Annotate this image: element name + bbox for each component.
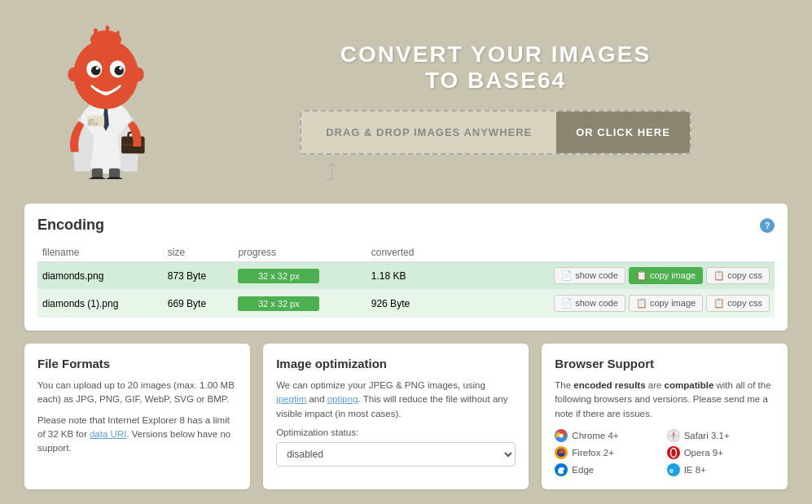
browser-name-firefox: Firefox 2+ — [572, 448, 613, 458]
browser-support-title: Browser Support — [555, 357, 775, 370]
ie-icon: e — [667, 463, 680, 476]
help-icon[interactable]: ? — [760, 218, 775, 233]
svg-text:BASE: BASE — [88, 122, 99, 126]
image-optimization-text: We can optimize your JPEG & PNG images, … — [276, 379, 516, 421]
cell-actions: 📄 show code 📋 copy image 📋 copy css — [443, 290, 775, 318]
mascot-svg: MY BASE — [41, 16, 171, 179]
svg-text:e: e — [669, 467, 674, 475]
svg-point-15 — [68, 68, 78, 81]
svg-point-14 — [119, 67, 122, 70]
action-btn-group: 📄 show code 📋 copy image 📋 copy css — [448, 267, 770, 284]
svg-point-13 — [96, 67, 99, 70]
chrome-icon — [555, 429, 568, 442]
copy-css-button[interactable]: 📋 copy css — [706, 295, 770, 312]
click-here-button[interactable]: OR CLICK HERE — [556, 112, 690, 153]
hero-section: MY BASE — [0, 0, 812, 195]
svg-point-8 — [73, 40, 138, 110]
browser-name-opera: Opera 9+ — [684, 448, 723, 458]
browser-name-ie: IE 8+ — [684, 465, 706, 475]
browser-grid: Chrome 4+ Safari 3.1+ — [555, 429, 775, 476]
data-uri-link[interactable]: data URI — [90, 429, 126, 439]
optimization-label: Optimization status: — [276, 427, 516, 437]
action-btn-group: 📄 show code 📋 copy image 📋 copy css — [448, 295, 770, 312]
browser-item-chrome: Chrome 4+ — [555, 429, 662, 442]
drop-zone-container[interactable]: DRAG & DROP IMAGES ANYWHERE OR CLICK HER… — [300, 110, 691, 155]
browser-support-text: The encoded results are compatible with … — [555, 379, 775, 421]
svg-point-12 — [114, 66, 123, 75]
svg-point-20 — [88, 177, 107, 179]
encoding-title: Encoding — [37, 217, 104, 234]
image-optimization-panel: Image optimization We can optimize your … — [263, 344, 529, 489]
col-header-converted: converted — [366, 243, 443, 262]
optimization-select[interactable]: disabled enabled — [276, 442, 516, 467]
svg-point-21 — [105, 177, 124, 179]
svg-point-23 — [560, 433, 564, 437]
opera-icon — [667, 446, 680, 459]
col-header-progress: progress — [233, 243, 366, 262]
edge-icon — [555, 463, 568, 476]
file-formats-text2: Please note that Internet Explorer 8 has… — [37, 414, 237, 456]
encoding-header: Encoding ? — [37, 217, 775, 234]
hero-title-line1: CONVERT YOUR IMAGES — [340, 42, 651, 68]
arrow-decoration: ⤴ — [325, 160, 337, 187]
browser-item-edge: Edge — [555, 463, 662, 476]
show-code-button[interactable]: 📄 show code — [554, 267, 625, 284]
cell-progress: 32 x 32 px — [233, 262, 366, 290]
bottom-panels: File Formats You can upload up to 20 ima… — [24, 344, 788, 489]
firefox-icon — [555, 446, 568, 459]
cell-size: 873 Byte — [163, 262, 234, 290]
drop-zone[interactable]: DRAG & DROP IMAGES ANYWHERE — [301, 112, 556, 153]
table-row: diamonds (1).png 669 Byte 32 x 32 px 926… — [37, 290, 775, 318]
browser-name-chrome: Chrome 4+ — [572, 431, 618, 440]
cell-filename: diamonds (1).png — [37, 290, 163, 318]
image-optimization-title: Image optimization — [276, 357, 516, 370]
safari-icon — [667, 429, 680, 442]
hero-title: CONVERT YOUR IMAGES TO BASE64 — [340, 42, 651, 94]
copy-image-button[interactable]: 📋 copy image — [629, 267, 703, 284]
cell-actions: 📄 show code 📋 copy image 📋 copy css — [443, 262, 775, 290]
encoding-panel: Encoding ? filename size progress conver… — [24, 204, 788, 331]
file-formats-panel: File Formats You can upload up to 20 ima… — [24, 344, 250, 489]
hero-right: CONVERT YOUR IMAGES TO BASE64 DRAG & DRO… — [212, 42, 779, 155]
svg-point-11 — [91, 66, 100, 75]
browser-support-panel: Browser Support The encoded results are … — [542, 344, 788, 489]
col-header-filename: filename — [37, 243, 163, 262]
progress-bar: 32 x 32 px — [238, 296, 319, 311]
browser-item-opera: Opera 9+ — [667, 446, 775, 459]
col-header-actions — [443, 243, 775, 262]
cell-converted: 1.18 KB — [366, 262, 443, 290]
browser-item-firefox: Firefox 2+ — [555, 446, 662, 459]
copy-css-button[interactable]: 📋 copy css — [706, 267, 770, 284]
cell-filename: diamonds.png — [37, 262, 163, 290]
browser-item-safari: Safari 3.1+ — [667, 429, 775, 442]
jpegtim-link[interactable]: jpegtim — [276, 394, 306, 404]
browser-name-safari: Safari 3.1+ — [684, 431, 730, 440]
copy-image-button[interactable]: 📋 copy image — [629, 295, 703, 312]
cell-progress: 32 x 32 px — [233, 290, 366, 318]
col-header-size: size — [163, 243, 234, 262]
svg-point-16 — [133, 68, 143, 81]
browser-item-ie: e IE 8+ — [667, 463, 775, 476]
show-code-button[interactable]: 📄 show code — [554, 295, 625, 312]
hero-title-line2: TO BASE64 — [340, 68, 651, 94]
file-formats-text1: You can upload up to 20 images (max. 1.0… — [37, 379, 237, 407]
optipng-link[interactable]: optipng — [327, 394, 358, 404]
cell-size: 669 Byte — [163, 290, 234, 318]
mascot-area: MY BASE — [33, 16, 179, 179]
cell-converted: 926 Byte — [366, 290, 443, 318]
main-content: Encoding ? filename size progress conver… — [0, 195, 812, 504]
progress-bar: 32 x 32 px — [238, 269, 319, 283]
table-row: diamonds.png 873 Byte 32 x 32 px 1.18 KB… — [37, 262, 775, 290]
file-formats-title: File Formats — [37, 357, 237, 370]
encoding-table: filename size progress converted diamond… — [37, 243, 775, 318]
browser-name-edge: Edge — [572, 465, 594, 475]
